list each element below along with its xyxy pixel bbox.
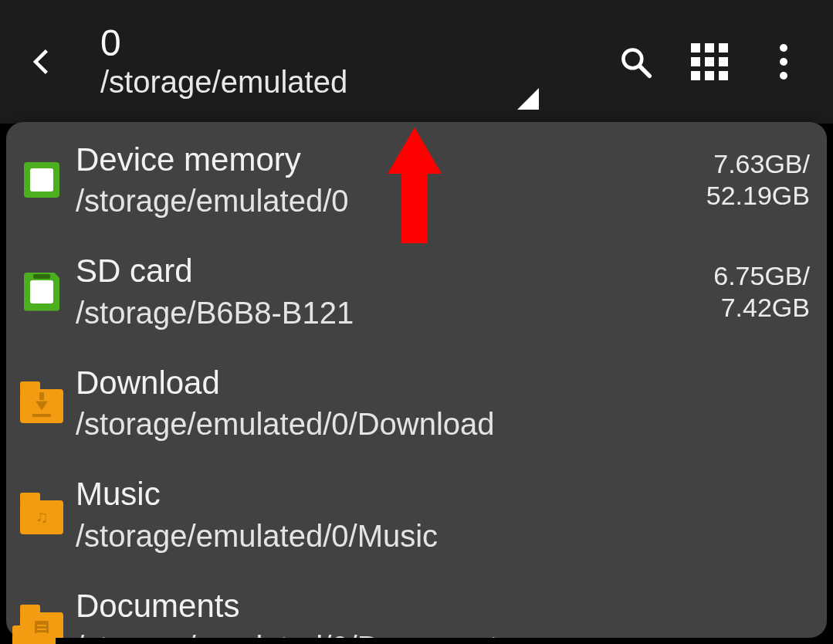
view-grid-button[interactable] xyxy=(691,43,728,80)
search-icon xyxy=(618,45,652,79)
device-memory-icon xyxy=(24,162,59,198)
bookmark-download[interactable]: Download /storage/emulated/0/Download xyxy=(6,353,827,464)
grid-icon xyxy=(691,43,728,80)
action-bar xyxy=(617,43,818,80)
bookmark-name: Download xyxy=(76,364,810,402)
folder-music-icon xyxy=(20,500,63,534)
bookmark-name: Documents xyxy=(76,587,810,625)
storage-size: 7.63GB/52.19GB xyxy=(706,148,810,212)
bookmark-name: Music xyxy=(76,475,810,514)
bookmark-path: /storage/emulated/0/Download xyxy=(76,405,810,442)
current-folder-name: 0 xyxy=(100,23,617,64)
bookmark-sd-card[interactable]: SD card /storage/B6B8-B121 6.75GB/7.42GB xyxy=(6,241,827,352)
current-folder-path: /storage/emulated xyxy=(100,63,617,100)
storage-size: 6.75GB/7.42GB xyxy=(713,260,810,324)
chevron-left-icon xyxy=(29,48,56,76)
bookmark-path: /storage/emulated/0/Documents xyxy=(76,629,810,638)
bookmark-documents[interactable]: Documents /storage/emulated/0/Documents xyxy=(6,576,827,638)
bookmark-name: SD card xyxy=(76,252,713,290)
search-button[interactable] xyxy=(617,43,654,80)
back-button[interactable] xyxy=(15,35,69,89)
bookmark-path: /storage/B6B8-B121 xyxy=(76,294,713,331)
bookmark-music[interactable]: Music /storage/emulated/0/Music xyxy=(6,464,827,575)
svg-line-1 xyxy=(640,66,650,76)
sd-card-icon xyxy=(24,273,59,311)
list-item[interactable] xyxy=(12,627,56,644)
bookmark-path: /storage/emulated/0/Music xyxy=(76,517,810,554)
app-bar: 0 /storage/emulated xyxy=(0,0,833,124)
more-vertical-icon xyxy=(780,44,787,80)
folder-icon xyxy=(12,633,56,644)
annotation-arrow-icon xyxy=(388,127,442,243)
overflow-menu-button[interactable] xyxy=(765,43,802,80)
dropdown-indicator-icon xyxy=(517,88,539,110)
folder-download-icon xyxy=(20,389,63,423)
